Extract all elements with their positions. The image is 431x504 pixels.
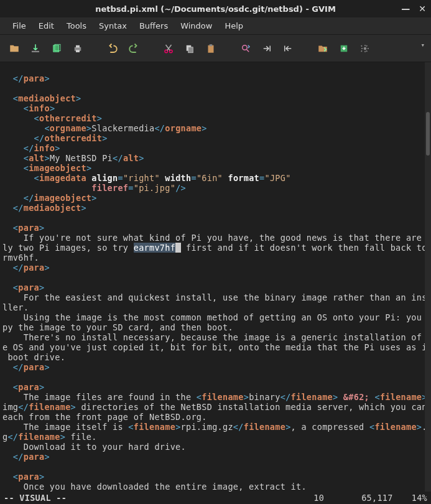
svg-rect-5 [76, 50, 80, 52]
cut-icon[interactable] [160, 40, 177, 57]
titlebar: netbsd.pi.xml (~/Documents/osdc.git/netb… [0, 0, 431, 17]
svg-rect-10 [208, 45, 214, 52]
load-session-icon[interactable] [315, 40, 331, 57]
run-script-icon[interactable] [357, 40, 373, 57]
save-icon[interactable] [27, 40, 44, 57]
svg-rect-4 [76, 45, 80, 47]
toolbar-overflow-icon[interactable]: ▾ [420, 41, 425, 49]
toolbar [0, 35, 431, 62]
menu-edit[interactable]: Edit [32, 19, 60, 33]
redo-icon[interactable] [126, 40, 142, 57]
find-replace-icon[interactable] [238, 40, 254, 57]
open-icon[interactable] [6, 40, 22, 57]
mode-indicator: -- VISUAL -- [4, 493, 67, 503]
scroll-thumb[interactable] [426, 112, 430, 156]
scrollbar[interactable] [425, 62, 431, 492]
find-prev-icon[interactable] [280, 40, 296, 57]
undo-icon[interactable] [104, 40, 121, 57]
save-session-icon[interactable] [336, 40, 352, 57]
cursor-position: 65,117 [361, 493, 412, 503]
copy-icon[interactable] [182, 40, 198, 57]
statusbar: -- VISUAL -- 10 65,117 14% [0, 492, 431, 504]
print-icon[interactable] [70, 40, 86, 57]
editor-area: </para> <mediaobject> <info> <othercredi… [0, 62, 431, 492]
menu-syntax[interactable]: Syntax [93, 19, 133, 33]
menubar: File Edit Tools Syntax Buffers Window He… [0, 17, 431, 35]
paste-icon[interactable] [203, 40, 219, 57]
svg-rect-0 [32, 50, 39, 52]
menu-file[interactable]: File [6, 19, 32, 33]
code-editor[interactable]: </para> <mediaobject> <info> <othercredi… [0, 62, 425, 492]
saveall-icon[interactable] [49, 40, 65, 57]
minimize-button[interactable]: — [401, 4, 410, 13]
menu-window[interactable]: Window [174, 19, 218, 33]
window-title: netbsd.pi.xml (~/Documents/osdc.git/netb… [95, 4, 336, 14]
svg-rect-11 [210, 44, 213, 46]
close-button[interactable]: ✕ [419, 4, 426, 13]
svg-point-14 [364, 47, 367, 50]
svg-point-12 [243, 45, 248, 50]
menu-tools[interactable]: Tools [60, 19, 93, 33]
scroll-percent: 14% [412, 493, 427, 503]
svg-rect-9 [188, 47, 193, 52]
status-count: 10 [67, 493, 361, 503]
find-next-icon[interactable] [259, 40, 275, 57]
menu-help[interactable]: Help [218, 19, 249, 33]
window-controls: — ✕ [401, 4, 426, 13]
menu-buffers[interactable]: Buffers [133, 19, 174, 33]
